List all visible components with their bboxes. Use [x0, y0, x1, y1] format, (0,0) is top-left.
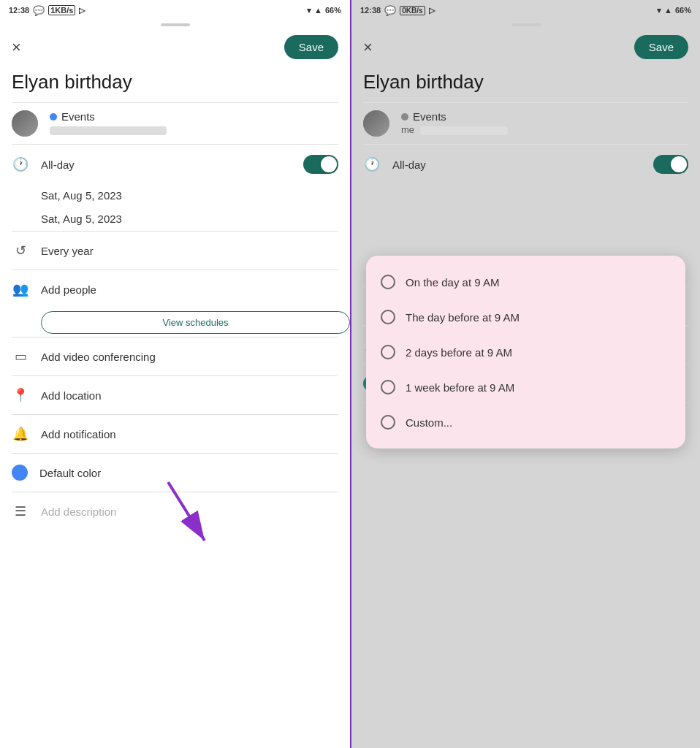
add-location-row-left[interactable]: 📍 Add location [0, 376, 350, 414]
people-icon-left: 👥 [12, 280, 29, 298]
popup-label-0: On the day at 9 AM [406, 276, 499, 289]
toggle-knob-left [321, 156, 337, 172]
popup-item-1[interactable]: The day before at 9 AM [366, 299, 685, 335]
time-right: 12:38 [360, 6, 381, 15]
view-schedules-button-left[interactable]: View schedules [41, 311, 350, 334]
popup-item-0[interactable]: On the day at 9 AM [366, 264, 685, 299]
battery-level-left: 66% [325, 6, 341, 15]
calendar-info-right: Events me [401, 110, 508, 135]
popup-item-4[interactable]: Custom... [366, 405, 685, 440]
battery-icon-left: ▷ [79, 6, 85, 15]
all-day-label-left: All-day [41, 159, 75, 171]
popup-label-1: The day before at 9 AM [406, 311, 520, 324]
event-title-left[interactable]: Elyan birthday [0, 68, 350, 102]
status-bar-left: 12:38 💬 1KB/s ▷ ▾ ▲ 66% [0, 0, 350, 20]
wifi-icon-right: ▾ [657, 6, 661, 15]
header-right: × Save [351, 29, 700, 68]
account-blurred-right [420, 126, 508, 135]
color-dot-left [12, 465, 28, 481]
notification-popup[interactable]: On the day at 9 AM The day before at 9 A… [366, 256, 685, 449]
start-date-left[interactable]: Sat, Aug 5, 2023 [0, 184, 350, 207]
calendar-name-right: Events [413, 110, 446, 123]
right-panel-content: 12:38 💬 0KB/s ▷ ▾ ▲ 66% × Save Elyan bir… [351, 0, 700, 441]
time-left: 12:38 [9, 6, 29, 15]
save-button-left[interactable]: Save [284, 35, 338, 59]
add-people-label-left: Add people [41, 283, 96, 296]
all-day-row-left[interactable]: 🕐 All-day [0, 145, 350, 184]
close-button-left[interactable]: × [12, 38, 21, 57]
status-time-left: 12:38 💬 1KB/s ▷ [9, 5, 85, 16]
status-bar-right: 12:38 💬 0KB/s ▷ ▾ ▲ 66% [351, 0, 700, 20]
recurrence-icon-left: ↺ [12, 242, 29, 259]
calendar-name-left: Events [61, 110, 95, 123]
notification-icon-left: 🔔 [12, 425, 29, 443]
default-color-label-left: Default color [39, 467, 101, 479]
add-notification-row-left[interactable]: 🔔 Add notification [0, 415, 350, 453]
recurrence-row-left[interactable]: ↺ Every year [0, 232, 350, 270]
event-title-right[interactable]: Elyan birthday [351, 68, 700, 102]
calendar-row-left[interactable]: Events [0, 103, 350, 144]
toggle-knob-right [671, 156, 687, 172]
battery-level-right: 66% [675, 6, 691, 15]
popup-label-2: 2 days before at 9 AM [406, 346, 512, 359]
popup-item-2[interactable]: 2 days before at 9 AM [366, 335, 685, 370]
recurrence-label-left: Every year [41, 245, 94, 257]
all-day-toggle-left[interactable] [303, 155, 338, 174]
data-icon-left: 1KB/s [48, 5, 75, 15]
battery-icon-right: ▷ [429, 6, 435, 15]
add-description-row-left[interactable]: ☰ Add description [0, 492, 350, 530]
signal-icon-left: ▲ [314, 6, 322, 15]
radio-1[interactable] [381, 310, 395, 324]
default-color-row-left[interactable]: Default color [0, 454, 350, 492]
clock-icon-left: 🕐 [12, 156, 29, 173]
drag-handle-right[interactable] [351, 20, 700, 29]
popup-item-3[interactable]: 1 week before at 9 AM [366, 370, 685, 405]
right-panel: 12:38 💬 0KB/s ▷ ▾ ▲ 66% × Save Elyan bir… [350, 0, 700, 748]
wifi-icon-left: ▾ [307, 6, 311, 15]
all-day-row-right[interactable]: 🕐 All-day [351, 145, 700, 184]
radio-3[interactable] [381, 380, 395, 394]
popup-label-4: Custom... [406, 416, 452, 429]
signal-icon-right: ▲ [664, 6, 672, 15]
status-icons-right: ▾ ▲ 66% [657, 6, 691, 15]
add-description-label-left: Add description [41, 505, 116, 518]
add-video-label-left: Add video conferencing [41, 351, 156, 363]
whatsapp-icon-left: 💬 [33, 5, 45, 16]
avatar-right [363, 110, 389, 137]
data-icon-right: 0KB/s [400, 6, 425, 15]
end-date-left[interactable]: Sat, Aug 5, 2023 [0, 207, 350, 231]
all-day-label-right: All-day [392, 159, 426, 171]
save-button-right[interactable]: Save [634, 35, 688, 59]
account-blurred-left [50, 126, 167, 135]
header-left: × Save [0, 29, 350, 68]
calendar-color-dot-right [401, 113, 408, 121]
radio-4[interactable] [381, 415, 395, 430]
add-notification-label-left: Add notification [41, 428, 116, 440]
radio-0[interactable] [381, 275, 395, 289]
add-location-label-left: Add location [41, 389, 102, 402]
dates-spacer-right [351, 184, 700, 243]
status-time-right: 12:38 💬 0KB/s ▷ [360, 5, 435, 16]
radio-2[interactable] [381, 345, 395, 359]
whatsapp-icon-right: 💬 [384, 5, 396, 16]
close-button-right[interactable]: × [363, 38, 373, 57]
calendar-row-right[interactable]: Events me [351, 103, 700, 144]
calendar-info-left: Events [50, 110, 167, 135]
calendar-sub-right: me [401, 124, 414, 135]
description-icon-left: ☰ [12, 503, 29, 520]
location-icon-left: 📍 [12, 386, 29, 404]
clock-icon-right: 🕐 [363, 156, 381, 173]
popup-label-3: 1 week before at 9 AM [406, 381, 514, 394]
all-day-toggle-right[interactable] [653, 155, 688, 174]
add-video-row-left[interactable]: ▭ Add video conferencing [0, 337, 350, 375]
status-icons-left: ▾ ▲ 66% [307, 6, 341, 15]
video-icon-left: ▭ [12, 348, 29, 365]
add-people-row-left[interactable]: 👥 Add people [0, 270, 350, 308]
calendar-color-dot-left [50, 113, 57, 121]
left-panel: 12:38 💬 1KB/s ▷ ▾ ▲ 66% × Save Elyan bir… [0, 0, 350, 748]
avatar-left [12, 110, 38, 137]
drag-handle-left[interactable] [0, 20, 350, 29]
